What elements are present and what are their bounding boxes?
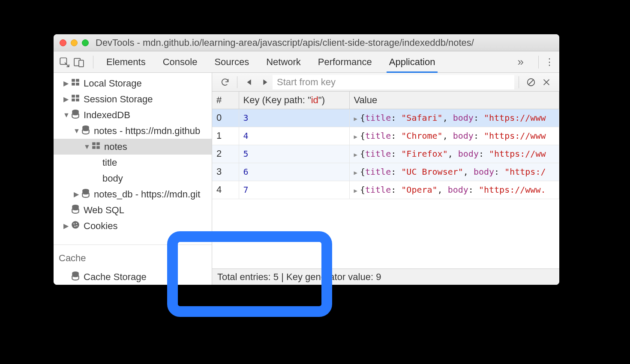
database-icon [71, 109, 80, 121]
table-row[interactable]: 14▶{title: "Chrome", body: "https://www [212, 127, 559, 145]
idb-footer: Total entries: 5 | Key generator value: … [212, 269, 559, 285]
tab-console[interactable]: Console [163, 52, 198, 72]
cell-index: 4 [212, 181, 239, 199]
column-header-key[interactable]: Key (Key path: "id") [239, 92, 349, 109]
sidebar-item-cache-storage[interactable]: Cache Storage [54, 269, 212, 285]
svg-rect-4 [76, 79, 79, 82]
sidebar-item-label: notes - https://mdn.github [94, 125, 200, 137]
storage-icon [71, 93, 80, 105]
cell-key: 4 [239, 127, 349, 145]
cell-index: 1 [212, 127, 239, 145]
cell-value: ▶{title: "Opera", body: "https://www. [349, 181, 559, 199]
cell-value: ▶{title: "UC Browser", body: "https:/ [349, 163, 559, 181]
sidebar-item-label: IndexedDB [84, 110, 130, 121]
tab-application[interactable]: Application [389, 52, 435, 72]
cell-index: 3 [212, 163, 239, 181]
refresh-button[interactable] [217, 75, 233, 90]
cell-value: ▶{title: "Firefox", body: "https://ww [349, 145, 559, 163]
clear-store-button[interactable] [523, 75, 539, 90]
idb-data-table: # Key (Key path: "id") Value 03▶{title: … [212, 92, 559, 269]
svg-point-20 [73, 223, 75, 224]
table-row[interactable]: 47▶{title: "Opera", body: "https://www. [212, 181, 559, 199]
sidebar-item-local-storage[interactable]: Local Storage [54, 75, 212, 91]
chevron-right-icon [63, 95, 69, 103]
sidebar-item-session-storage[interactable]: Session Storage [54, 91, 212, 107]
window-titlebar: DevTools - mdn.github.io/learning-area/j… [54, 34, 559, 51]
window-controls [60, 39, 89, 46]
inspect-element-icon[interactable] [59, 57, 70, 68]
window-title: DevTools - mdn.github.io/learning-area/j… [96, 37, 474, 48]
footer-status: Total entries: 5 | Key generator value: … [217, 272, 381, 283]
sidebar-item-label: notes_db - https://mdn.git [94, 189, 200, 200]
object-store-icon [91, 141, 101, 153]
svg-rect-7 [72, 95, 75, 98]
column-header-index[interactable]: # [212, 92, 239, 109]
sidebar-item-cookies[interactable]: Cookies [54, 218, 212, 234]
sidebar-item-store-notes[interactable]: notes [54, 139, 212, 155]
sidebar-item-label: notes [104, 141, 127, 152]
tab-sources[interactable]: Sources [214, 52, 249, 72]
divider [93, 56, 93, 69]
sidebar-item-label: Web SQL [84, 205, 124, 216]
cell-key: 3 [239, 109, 349, 127]
svg-rect-3 [72, 79, 75, 82]
storage-icon [71, 78, 80, 90]
next-page-button[interactable] [257, 75, 273, 90]
sidebar-item-label: Session Storage [84, 94, 153, 105]
svg-rect-9 [72, 98, 75, 101]
sidebar-item-label: Cache Storage [84, 272, 147, 283]
cell-index: 2 [212, 145, 239, 163]
svg-rect-2 [79, 60, 84, 66]
sidebar-item-label: Cookies [84, 221, 117, 232]
devtools-window: DevTools - mdn.github.io/learning-area/j… [54, 34, 559, 285]
cell-key: 5 [239, 145, 349, 163]
svg-rect-6 [76, 83, 79, 86]
idb-toolbar [212, 73, 559, 92]
cell-index: 0 [212, 109, 239, 127]
panel-body: Local Storage Session Storage [54, 73, 559, 285]
table-row[interactable]: 03▶{title: "Safari", body: "https://www [212, 109, 559, 127]
svg-rect-16 [96, 146, 100, 149]
sidebar-item-label: body [102, 173, 123, 184]
sidebar-item-websql[interactable]: Web SQL [54, 202, 212, 218]
zoom-window-button[interactable] [82, 39, 89, 46]
database-icon [81, 188, 90, 200]
cookie-icon [71, 220, 80, 232]
cell-value: ▶{title: "Chrome", body: "https://www [349, 127, 559, 145]
chevron-down-icon [63, 111, 69, 119]
svg-rect-10 [76, 98, 79, 101]
database-icon [81, 125, 90, 137]
tab-performance[interactable]: Performance [318, 52, 372, 72]
svg-rect-15 [92, 146, 96, 149]
minimize-window-button[interactable] [71, 39, 78, 46]
svg-point-19 [72, 221, 79, 229]
more-tabs-icon[interactable]: » [518, 55, 524, 69]
cell-value: ▶{title: "Safari", body: "https://www [349, 109, 559, 127]
sidebar-item-indexeddb[interactable]: IndexedDB [54, 107, 212, 123]
delete-selected-button[interactable] [539, 75, 554, 90]
table-row[interactable]: 25▶{title: "Firefox", body: "https://ww [212, 145, 559, 163]
sidebar-item-index-title[interactable]: title [54, 155, 212, 170]
database-icon [71, 271, 80, 283]
svg-rect-13 [92, 142, 96, 145]
cell-key: 7 [239, 181, 349, 199]
tab-elements[interactable]: Elements [106, 52, 146, 72]
column-header-value[interactable]: Value [349, 92, 559, 109]
table-row[interactable]: 36▶{title: "UC Browser", body: "https:/ [212, 163, 559, 181]
start-from-key-input[interactable] [273, 75, 514, 90]
tab-network[interactable]: Network [266, 52, 301, 72]
sidebar-item-db-notesdb[interactable]: notes_db - https://mdn.git [54, 186, 212, 202]
device-toolbar-icon[interactable] [73, 57, 84, 68]
close-window-button[interactable] [60, 39, 66, 46]
sidebar-section-cache: Cache [54, 245, 212, 266]
chevron-down-icon [84, 143, 90, 151]
prev-page-button[interactable] [242, 75, 257, 90]
sidebar-item-db-notes[interactable]: notes - https://mdn.github [54, 123, 212, 139]
svg-point-22 [75, 225, 76, 227]
svg-rect-5 [72, 83, 75, 86]
settings-menu-icon[interactable]: ⋮ [545, 57, 554, 68]
devtools-tabbar: Elements Console Sources Network Perform… [54, 51, 559, 73]
sidebar-item-index-body[interactable]: body [54, 170, 212, 186]
svg-rect-8 [76, 95, 79, 98]
chevron-right-icon [63, 79, 69, 87]
